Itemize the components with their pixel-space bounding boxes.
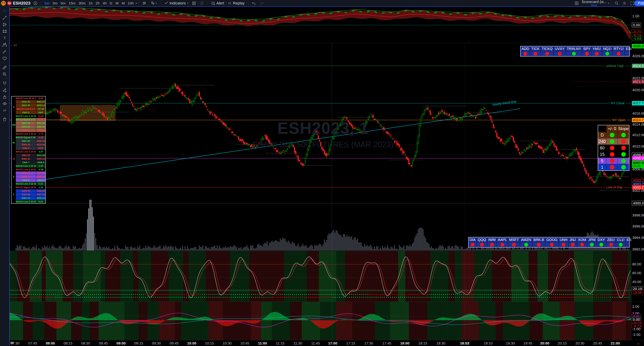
- collapsed-indicators-tag[interactable]: ⌄ 13: [10, 43, 17, 47]
- trend-line-tool[interactable]: [2, 14, 8, 21]
- time-label-20:00: 20:00: [540, 341, 549, 345]
- price-label-4006.00: 4006.00: [632, 167, 644, 172]
- measure-tool[interactable]: [2, 64, 8, 70]
- zoom-tool[interactable]: [2, 71, 8, 77]
- publish-button[interactable]: Publish: [634, 0, 644, 6]
- hide-tool[interactable]: [2, 101, 8, 107]
- timeframe-D[interactable]: D: [108, 1, 114, 6]
- chart-type-button[interactable]: ▾: [148, 1, 159, 6]
- price-axis[interactable]: 1.000.00-0.71-0.71-1.034028.254026.00402…: [631, 6, 644, 340]
- price-label-4014.00: 4014.00: [632, 122, 644, 127]
- redo-icon: [260, 1, 264, 5]
- timeframe-24h[interactable]: 24h: [126, 1, 135, 6]
- timeframe-15m[interactable]: 15m: [67, 1, 77, 6]
- time-axis[interactable]: TF ☼ 07:3007:4508:0008:1508:3008:4509:00…: [9, 340, 644, 346]
- timeframe-5m[interactable]: 5m: [59, 1, 67, 6]
- layout-grid-button[interactable]: [573, 1, 580, 6]
- indicators-icon: [164, 1, 168, 5]
- fib-tool[interactable]: [2, 21, 8, 27]
- time-label-17:45: 17:45: [382, 341, 391, 345]
- time-label-10:30: 10:30: [223, 341, 232, 345]
- timeframe-30m[interactable]: 30m: [77, 1, 87, 6]
- time-label-18:53: 18:53: [460, 341, 469, 345]
- templates-icon: [192, 1, 196, 5]
- user-avatar[interactable]: [1, 1, 6, 5]
- price-label-4012.00: 4012.00: [632, 133, 644, 137]
- chevron-down-icon[interactable]: ▾: [608, 2, 609, 5]
- pattern-tool-icon: [2, 29, 7, 34]
- pattern-tool[interactable]: [2, 28, 8, 34]
- chart-style-icon: [150, 1, 154, 5]
- chart-plot[interactable]: [0, 0, 644, 346]
- time-label-21:00: 21:00: [611, 341, 620, 345]
- indicator-templates-button[interactable]: [190, 1, 198, 6]
- time-label-09:30: 09:30: [152, 341, 161, 345]
- price-label-4010.00: 4010.00: [632, 144, 644, 149]
- save-link[interactable]: Save: [591, 4, 597, 7]
- compare-add-button[interactable]: [32, 1, 39, 6]
- indicators-button[interactable]: Indicators ▾: [162, 1, 190, 6]
- time-label-20:30: 20:30: [576, 341, 584, 345]
- chevron-down-icon: ▾: [187, 2, 188, 5]
- price-label-40.00: 40.00: [632, 280, 642, 284]
- search-button[interactable]: [613, 1, 620, 6]
- price-label-15.06: 15.06: [632, 290, 643, 295]
- redo-button[interactable]: [258, 1, 266, 6]
- timeframe-W[interactable]: W: [114, 1, 120, 6]
- alert-button[interactable]: Alert: [209, 1, 226, 6]
- time-label-11:45: 11:45: [311, 341, 320, 345]
- layout-name: Scorecard (w...: [582, 0, 606, 4]
- measure-tool-icon: [2, 65, 7, 70]
- forecast-tool[interactable]: [2, 49, 8, 55]
- brightness-toggle-icon[interactable]: ☼: [636, 341, 640, 346]
- magnet-tool[interactable]: [2, 80, 8, 86]
- candle-style-button[interactable]: [140, 1, 148, 6]
- timeframe-2h[interactable]: 2h: [94, 1, 101, 6]
- drawing-mode-tool-icon: [2, 88, 7, 92]
- price-label--1.03: -1.03: [632, 36, 642, 41]
- crosshair-tool[interactable]: [2, 8, 8, 14]
- zoom-tool-icon: [2, 72, 7, 77]
- price-label-4026.00: 4026.00: [632, 54, 644, 58]
- price-label-4020.00: 4020.00: [632, 88, 644, 92]
- symbol-button[interactable]: ESH2023: [13, 1, 30, 5]
- search-icon: [614, 1, 619, 5]
- layout-name-button[interactable]: Scorecard (w... Save: [580, 0, 608, 7]
- magnet-tool-icon: [2, 81, 7, 86]
- drawing-mode-tool[interactable]: [2, 87, 8, 93]
- price-label-4002.00: 4002.00: [632, 188, 644, 193]
- trend-line-tool-icon: [2, 15, 7, 20]
- time-label-10:15: 10:15: [205, 341, 214, 345]
- time-label-18:30: 18:30: [436, 341, 446, 345]
- price-label-4024.25: 4024.25: [632, 64, 644, 68]
- text-tool[interactable]: [2, 35, 8, 41]
- undo-button[interactable]: [250, 1, 258, 6]
- price-label-4028.25: 4028.25: [632, 44, 644, 48]
- timeframe-1m[interactable]: 1m: [43, 1, 51, 6]
- chevron-down-icon[interactable]: ▾: [136, 2, 137, 5]
- timeframe-3m[interactable]: 3m: [51, 1, 59, 6]
- link-tool[interactable]: [2, 107, 8, 113]
- xabcd-tool-icon: [2, 43, 7, 47]
- xabcd-tool[interactable]: [2, 42, 8, 48]
- time-label-07:30: 07:30: [10, 341, 20, 345]
- timeframe-1h[interactable]: 1h: [87, 1, 94, 6]
- trash-tool[interactable]: [2, 116, 8, 122]
- time-label-20:45: 20:45: [593, 341, 602, 345]
- lock-tool[interactable]: [2, 94, 8, 100]
- plus-icon: [33, 1, 38, 5]
- price-label-3992.00: 3992.00: [632, 247, 644, 251]
- emoji-tool[interactable]: [2, 55, 8, 61]
- settings-button[interactable]: [620, 1, 628, 6]
- timeframe-M[interactable]: M: [120, 1, 126, 6]
- time-label-19:30: 19:30: [506, 341, 515, 345]
- time-label-19:45: 19:45: [524, 341, 532, 345]
- circle-d-button[interactable]: [198, 1, 206, 6]
- gear-icon: [622, 1, 627, 5]
- time-label-09:15: 09:15: [134, 341, 143, 345]
- price-label-3996.00: 3996.00: [632, 224, 644, 228]
- replay-button[interactable]: Replay: [226, 1, 246, 6]
- timeframe-4h[interactable]: 4h: [101, 1, 108, 6]
- time-label-09:45: 09:45: [170, 341, 179, 345]
- time-label-08:15: 08:15: [64, 341, 72, 345]
